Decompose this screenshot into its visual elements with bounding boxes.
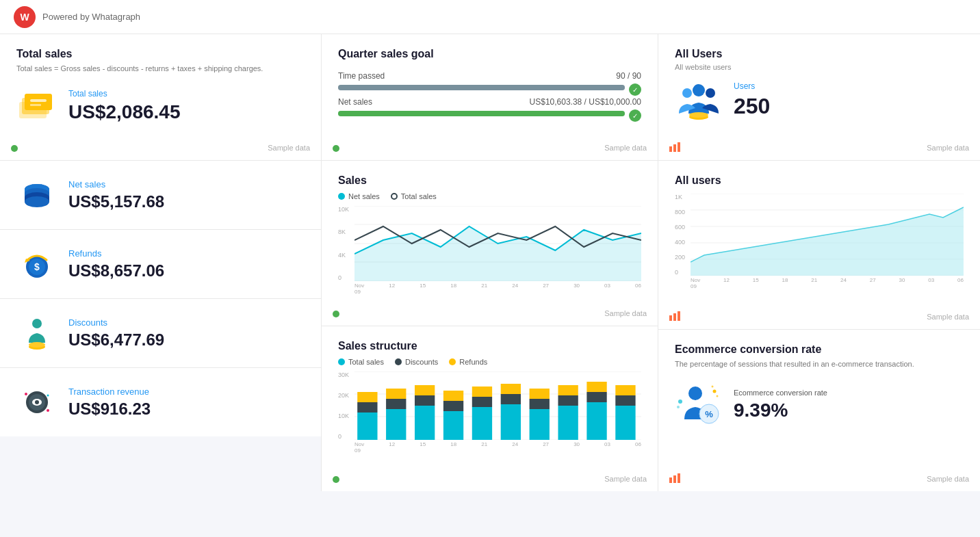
- refunds-label: Refunds: [68, 248, 164, 259]
- svg-point-70: [689, 112, 708, 118]
- svg-rect-82: [678, 311, 680, 321]
- structure-refunds-dot: [449, 358, 456, 365]
- discounts-icon: [16, 313, 57, 354]
- svg-point-19: [29, 342, 45, 348]
- right-column: All Users All website users: [658, 34, 980, 491]
- structure-refunds-legend: Refunds: [449, 358, 487, 366]
- svg-rect-45: [443, 411, 463, 440]
- net-sales-check-icon: ✓: [629, 109, 641, 122]
- net-sales-legend: Net sales: [338, 192, 380, 200]
- svg-rect-59: [558, 385, 578, 395]
- ecommerce-rate-value: 9.39%: [734, 400, 827, 421]
- structure-discounts-legend: Discounts: [395, 358, 438, 366]
- users-x-axis: Nov09 12 15 18 21 24 27 30 03 06: [691, 277, 964, 289]
- svg-rect-50: [472, 387, 492, 397]
- svg-rect-48: [472, 407, 492, 440]
- transaction-revenue-row: Transaction revenue US$916.23: [0, 368, 321, 436]
- svg-point-83: [678, 400, 682, 404]
- total-sales-metric: Total sales US$2,086.45: [16, 86, 305, 127]
- net-sales-progress-bg: [338, 111, 625, 116]
- ecommerce-rate-label: Ecommerce conversion rate: [734, 389, 827, 397]
- net-sales-info: Net sales US$5,157.68: [68, 179, 164, 211]
- structure-chart-content: Nov09 12 15 18 21 24 27 30 03 06: [354, 371, 641, 454]
- svg-text:$: $: [34, 261, 40, 272]
- total-sales-legend: Total sales: [391, 192, 437, 200]
- quarter-sales-title: Quarter sales goal: [338, 48, 641, 60]
- net-sales-icon: [16, 174, 57, 215]
- svg-rect-52: [501, 394, 521, 404]
- structure-total-legend: Total sales: [338, 358, 384, 366]
- net-sales-goal-label: Net sales: [338, 97, 372, 107]
- svg-rect-58: [558, 395, 578, 406]
- header: W Powered by Whatagraph: [0, 0, 980, 34]
- svg-point-68: [706, 88, 715, 98]
- structure-y-axis: 30K 20K 10K 0: [338, 371, 350, 440]
- svg-rect-62: [586, 382, 606, 392]
- svg-rect-72: [673, 144, 676, 152]
- time-passed-section: Time passed 90 / 90 ✓: [338, 71, 641, 90]
- users-chart-content: Nov09 12 15 18 21 24 27 30 03 06: [691, 194, 964, 289]
- svg-rect-51: [501, 404, 521, 440]
- svg-point-23: [35, 400, 39, 404]
- ecommerce-description: The percentage of sessions that resulted…: [675, 358, 964, 370]
- net-sales-goal-section: Net sales US$10,603.38 / US$10,000.00 ✓: [338, 97, 641, 116]
- svg-point-24: [25, 393, 27, 395]
- refunds-value: US$8,657.06: [68, 261, 164, 280]
- sales-y-axis: 10K 8K 4K 0: [338, 206, 350, 281]
- transaction-revenue-label: Transaction revenue: [68, 387, 151, 397]
- all-users-title: All Users: [675, 48, 964, 60]
- time-progress-bar-fill: [338, 85, 625, 90]
- green-dot-indicator: [11, 145, 18, 152]
- sales-chart-title: Sales: [338, 174, 641, 187]
- net-sales-legend-dot: [338, 193, 345, 200]
- all-users-chart-card: All users 1K 800 600 400 200 0: [658, 161, 980, 330]
- quarter-sample: Sample data: [604, 144, 647, 152]
- svg-point-66: [693, 84, 705, 96]
- discounts-info: Discounts US$6,477.69: [68, 317, 164, 350]
- net-sales-goal-row: Net sales US$10,603.38 / US$10,000.00: [338, 97, 641, 107]
- all-users-top-sample: Sample data: [927, 144, 969, 152]
- net-sales-progress-fill: [338, 111, 625, 116]
- structure-chart-area: 30K 20K 10K 0: [338, 371, 641, 454]
- svg-rect-57: [558, 406, 578, 440]
- refunds-row: $ Refunds US$8,657.06: [0, 230, 321, 299]
- net-sales-progress-container: ✓: [338, 111, 641, 116]
- svg-rect-53: [501, 384, 521, 394]
- svg-point-90: [717, 395, 719, 397]
- ecommerce-metric: % Ecommerce conversion rate 9.39%: [675, 381, 964, 429]
- quarter-sales-card: Quarter sales goal Time passed 90 / 90 ✓: [322, 34, 658, 161]
- svg-rect-55: [530, 399, 550, 409]
- svg-rect-39: [386, 409, 406, 440]
- svg-rect-36: [357, 412, 377, 440]
- structure-refunds-label: Refunds: [459, 358, 487, 366]
- refunds-icon: $: [16, 244, 57, 285]
- ecommerce-title: Ecommerce conversion rate: [675, 343, 964, 356]
- svg-point-85: [688, 387, 702, 400]
- transaction-revenue-value: US$916.23: [68, 400, 151, 419]
- svg-rect-4: [30, 104, 41, 106]
- svg-point-88: [713, 389, 717, 393]
- sales-structure-title: Sales structure: [338, 340, 641, 352]
- svg-rect-40: [386, 399, 406, 409]
- sales-legend: Net sales Total sales: [338, 192, 641, 200]
- time-passed-row: Time passed 90 / 90: [338, 71, 641, 81]
- discounts-value: US$6,477.69: [68, 330, 164, 350]
- svg-rect-71: [669, 146, 672, 152]
- svg-rect-41: [386, 389, 406, 399]
- svg-rect-49: [472, 397, 492, 407]
- all-users-chart-area: 1K 800 600 400 200 0: [675, 194, 964, 289]
- total-sales-sample: Sample data: [268, 144, 310, 152]
- total-sales-value: US$2,086.45: [68, 101, 180, 123]
- logo: W: [14, 6, 36, 28]
- svg-rect-43: [415, 395, 435, 406]
- svg-point-89: [712, 385, 714, 387]
- structure-total-label: Total sales: [348, 358, 384, 366]
- all-users-subtitle: All website users: [675, 63, 964, 71]
- ecommerce-sample: Sample data: [927, 475, 969, 483]
- svg-rect-44: [415, 385, 435, 395]
- svg-rect-42: [415, 406, 435, 440]
- svg-rect-91: [669, 477, 672, 483]
- total-sales-description: Total sales = Gross sales - discounts - …: [16, 63, 305, 75]
- structure-legend: Total sales Discounts Refunds: [338, 358, 641, 366]
- header-title: Powered by Whatagraph: [42, 12, 140, 22]
